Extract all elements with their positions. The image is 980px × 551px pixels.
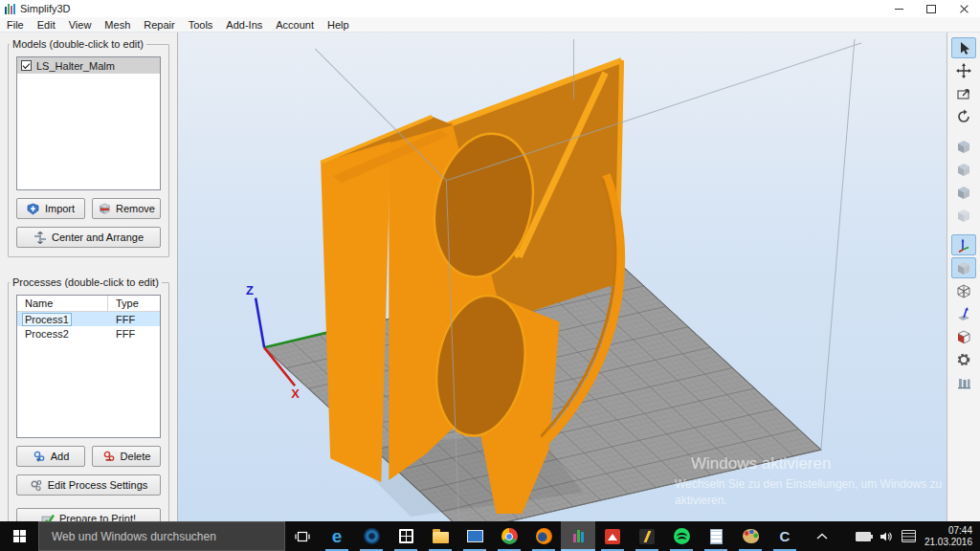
restore-icon xyxy=(926,5,936,13)
cursor-select-tool[interactable] xyxy=(951,37,976,58)
taskbar-app-blue-circle[interactable] xyxy=(354,521,389,551)
menu-account[interactable]: Account xyxy=(269,19,321,31)
taskbar-app-sketchup[interactable] xyxy=(595,521,630,551)
notepad-icon xyxy=(710,529,723,544)
chrome-icon xyxy=(501,528,518,544)
photo-viewer-icon xyxy=(467,530,483,542)
clock-time: 07:44 xyxy=(924,525,972,537)
taskbar-clock[interactable]: 07:44 21.03.2016 xyxy=(924,525,972,548)
taskbar-app-simplify3d[interactable] xyxy=(561,521,595,551)
process1-name[interactable]: Process1 xyxy=(22,313,72,326)
restore-button[interactable] xyxy=(915,0,947,17)
task-view-button[interactable] xyxy=(285,521,320,551)
view-toolbar xyxy=(947,33,980,521)
center-arrange-icon xyxy=(33,231,47,244)
delete-process-icon xyxy=(102,450,116,463)
title-bar: Simplify3D xyxy=(0,0,980,17)
taskbar-app-lightning[interactable] xyxy=(630,521,664,551)
x-axis-label: X xyxy=(291,386,300,401)
import-button[interactable]: Import xyxy=(16,198,85,219)
cross-section-tool[interactable] xyxy=(951,326,976,347)
blue-circle-app-icon xyxy=(364,528,380,544)
process-row-2[interactable]: Process2 FFF xyxy=(17,326,160,341)
window-title: Simplify3D xyxy=(20,3,71,14)
spotify-icon xyxy=(674,528,690,544)
process-row-1[interactable]: Process1 FFF xyxy=(17,312,160,326)
menu-repair[interactable]: Repair xyxy=(137,19,181,31)
viewport-3d[interactable]: X Z xyxy=(178,33,947,521)
minimize-button[interactable] xyxy=(882,0,915,17)
supports-icon xyxy=(956,375,971,390)
sketchup-icon xyxy=(605,529,620,544)
task-view-icon xyxy=(295,530,310,543)
rotate-icon xyxy=(956,109,971,124)
edge-icon: e xyxy=(332,527,343,545)
view-preset-2-button[interactable] xyxy=(951,159,976,180)
delete-process-button[interactable]: Delete xyxy=(92,446,161,467)
menu-mesh[interactable]: Mesh xyxy=(98,19,137,31)
remove-button[interactable]: Remove xyxy=(92,198,161,219)
view-preset-1-button[interactable] xyxy=(951,136,976,157)
taskbar-app-store[interactable] xyxy=(389,521,423,551)
tray-expand-chevron[interactable] xyxy=(816,533,828,540)
import-icon xyxy=(27,202,40,215)
z-axis-label: Z xyxy=(246,283,254,298)
menu-view[interactable]: View xyxy=(62,19,99,31)
coordinate-axes-toggle[interactable] xyxy=(951,234,976,255)
remove-icon xyxy=(98,202,111,215)
models-list[interactable]: LS_Halter_Malm xyxy=(16,56,161,190)
edit-process-settings-button[interactable]: Edit Process Settings xyxy=(16,474,161,496)
clock-date: 21.03.2016 xyxy=(924,537,972,548)
menu-file[interactable]: File xyxy=(0,19,31,31)
taskbar-app-spotify[interactable] xyxy=(664,521,699,551)
process2-name: Process2 xyxy=(17,328,108,340)
tray-volume-icon[interactable] xyxy=(880,531,893,542)
process-table[interactable]: Name Type Process1 FFF Process2 FFF xyxy=(16,295,161,438)
view-cube-icon xyxy=(956,162,971,177)
wireframe-view-toggle[interactable] xyxy=(951,280,976,301)
scale-tool[interactable] xyxy=(951,83,976,104)
close-button[interactable] xyxy=(947,0,980,17)
taskbar-app-firefox[interactable] xyxy=(526,521,561,551)
tray-antivirus-icon[interactable] xyxy=(836,531,847,541)
tray-action-center[interactable] xyxy=(902,530,916,542)
translate-tool[interactable] xyxy=(951,60,976,81)
support-structures-button[interactable] xyxy=(951,372,976,393)
add-process-button[interactable]: Add xyxy=(16,446,85,467)
rotate-tool[interactable] xyxy=(951,106,976,127)
paint-palette-icon xyxy=(743,529,759,543)
edit-process-icon xyxy=(30,478,43,492)
view-preset-3-button[interactable] xyxy=(951,182,976,203)
taskbar-app-ccleaner[interactable]: C xyxy=(768,521,802,551)
surface-normals-toggle[interactable] xyxy=(951,303,976,324)
view-preset-4-button[interactable] xyxy=(951,205,976,226)
taskbar-search[interactable] xyxy=(38,521,285,551)
left-panel: Models (double-click to edit) LS_Halter_… xyxy=(0,33,178,521)
surface-normal-icon xyxy=(956,306,971,321)
taskbar-app-chrome[interactable] xyxy=(492,521,526,551)
tray-battery-icon[interactable] xyxy=(856,532,871,541)
search-input[interactable] xyxy=(39,529,284,544)
taskbar-app-photo[interactable] xyxy=(457,521,492,551)
machine-settings-button[interactable] xyxy=(951,349,976,370)
windows-logo-icon xyxy=(13,530,26,542)
gear-icon xyxy=(956,352,971,367)
center-and-arrange-button[interactable]: Center and Arrange xyxy=(16,227,161,248)
solid-view-toggle[interactable] xyxy=(951,257,976,278)
view-cube-icon xyxy=(956,139,971,154)
taskbar-app-explorer[interactable] xyxy=(423,521,457,551)
col-type: Type xyxy=(108,296,160,311)
menu-tools[interactable]: Tools xyxy=(182,19,220,31)
taskbar-app-edge[interactable]: e xyxy=(320,521,354,551)
menu-addins[interactable]: Add-Ins xyxy=(219,19,269,31)
taskbar-app-paint[interactable] xyxy=(733,521,768,551)
model-list-item[interactable]: LS_Halter_Malm xyxy=(17,57,160,74)
menu-help[interactable]: Help xyxy=(321,19,356,31)
axes-icon xyxy=(956,237,971,253)
start-button[interactable] xyxy=(0,521,38,551)
model-checkbox[interactable] xyxy=(21,60,32,71)
menu-edit[interactable]: Edit xyxy=(31,19,62,31)
ccleaner-icon: C xyxy=(780,529,791,543)
taskbar-app-notepad[interactable] xyxy=(699,521,733,551)
process1-type: FFF xyxy=(108,314,160,325)
